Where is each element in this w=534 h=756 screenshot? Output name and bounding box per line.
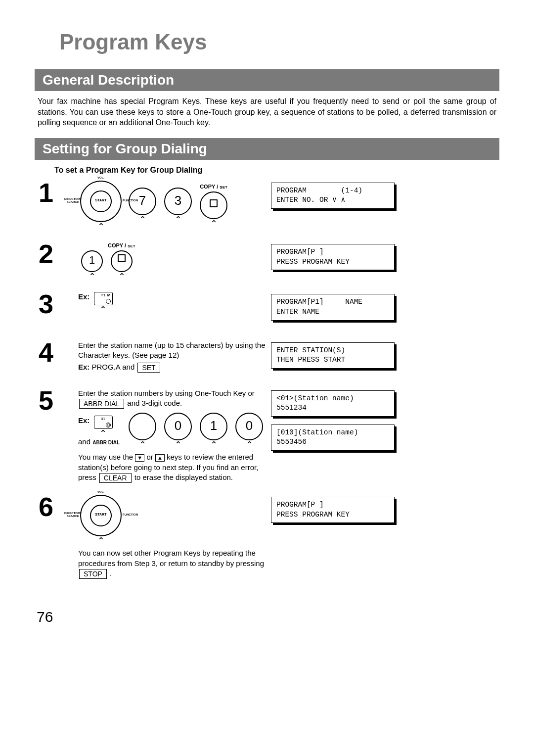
key-abbr-dial: ABBR DIAL bbox=[79, 399, 124, 409]
step-3-number: 3 bbox=[39, 292, 73, 328]
nav-dir-label: DIRECTORYSEARCH bbox=[64, 197, 79, 203]
subhead-group-dialing: To set a Program Key for Group Dialing bbox=[35, 166, 499, 175]
key-1: 1 bbox=[81, 250, 103, 272]
press-indicator-icon: ⌃ bbox=[163, 216, 193, 223]
step-5-review-b: or bbox=[146, 453, 155, 461]
step-4-text: Enter the station name (up to 15 charact… bbox=[78, 341, 266, 359]
lcd-step-3: PROGRAM[P1] NAME ENTER NAME bbox=[271, 294, 395, 320]
step-4-number: 4 bbox=[39, 340, 73, 377]
section-general-header: General Description bbox=[35, 69, 499, 91]
key-copy-set bbox=[111, 250, 133, 272]
key-1: 1 bbox=[200, 413, 227, 440]
nav-wheel-icon: VOL. START DIRECTORYSEARCH FUNCTION bbox=[80, 181, 122, 222]
step-5-text-b: and 3-digit code. bbox=[127, 399, 182, 407]
press-indicator-icon: ⌃ bbox=[94, 306, 113, 313]
press-indicator-icon: ⌃ bbox=[163, 441, 193, 448]
lcd-step-2: PROGRAM[P ] PRESS PROGRAM KEY bbox=[271, 244, 395, 270]
press-indicator-icon: ⌃ bbox=[80, 223, 122, 230]
key-0: 0 bbox=[235, 413, 263, 440]
press-indicator-icon: ⌃ bbox=[110, 273, 134, 280]
nav-dir-label: DIRECTORYSEARCH bbox=[64, 512, 79, 518]
key-copy-set bbox=[200, 191, 227, 219]
abbr-dial-label: ABBR DIAL bbox=[92, 440, 120, 445]
step-2-number: 2 bbox=[39, 242, 73, 280]
section-general-body: Your fax machine has special Program Key… bbox=[35, 96, 499, 128]
nav-wheel-icon: VOL. START DIRECTORYSEARCH FUNCTION bbox=[80, 495, 122, 536]
step-5-review-a: You may use the bbox=[78, 453, 135, 461]
press-indicator-icon: ⌃ bbox=[128, 216, 157, 223]
section-group-header: Setting for Group Dialing bbox=[35, 138, 499, 160]
nav-vol-label: VOL. bbox=[81, 490, 121, 494]
nav-start-label: START bbox=[81, 198, 121, 202]
copy-set-label: COPY / SET bbox=[199, 183, 228, 190]
lcd-step-4: ENTER STATION(S) THEN PRESS START bbox=[271, 342, 395, 369]
step-5-review-d: to erase the displayed station. bbox=[134, 473, 233, 481]
nav-start-label: START bbox=[81, 512, 121, 517]
ex-label: Ex: bbox=[78, 363, 89, 371]
step-1-number: 1 bbox=[39, 181, 73, 230]
key-7: 7 bbox=[129, 188, 156, 215]
press-indicator-icon: ⌃ bbox=[128, 441, 157, 448]
key-set: SET bbox=[137, 363, 160, 373]
press-indicator-icon: ⌃ bbox=[94, 430, 113, 437]
lcd-step-5a: <01>(Station name) 5551234 bbox=[271, 390, 395, 417]
key-3: 3 bbox=[164, 188, 192, 215]
key-p1: P1 M bbox=[94, 292, 113, 305]
key-01: 01 bbox=[94, 416, 113, 429]
step-4-ex-text: PROG.A and bbox=[89, 363, 136, 371]
down-arrow-icon: ▼ bbox=[135, 454, 144, 462]
step-6-text: You can now set other Program Keys by re… bbox=[78, 549, 264, 567]
key-stop: STOP bbox=[79, 569, 107, 579]
up-arrow-icon: ▲ bbox=[155, 454, 165, 462]
copy-set-label: COPY / SET bbox=[108, 242, 266, 249]
ex-label: Ex: bbox=[78, 292, 89, 301]
ex-label: Ex: bbox=[78, 416, 89, 425]
press-indicator-icon: ⌃ bbox=[199, 441, 228, 448]
lcd-step-5b: [010](Station name) 5553456 bbox=[271, 425, 395, 451]
press-indicator-icon: ⌃ bbox=[80, 273, 104, 280]
step-6-number: 6 bbox=[39, 495, 73, 579]
nav-vol-label: VOL. bbox=[81, 176, 121, 180]
and-label: and bbox=[78, 437, 90, 446]
page-title: Program Keys bbox=[35, 30, 499, 54]
key-clear: CLEAR bbox=[99, 473, 132, 483]
step-5-text-a: Enter the station numbers by using One-T… bbox=[78, 389, 255, 397]
lcd-step-1: PROGRAM (1-4) ENTER NO. OR ∨ ∧ bbox=[271, 183, 395, 209]
press-indicator-icon: ⌃ bbox=[234, 441, 264, 448]
page-number: 76 bbox=[35, 609, 499, 625]
lcd-step-6: PROGRAM[P ] PRESS PROGRAM KEY bbox=[271, 497, 395, 523]
press-indicator-icon: ⌃ bbox=[199, 220, 228, 227]
nav-func-label: FUNCTION bbox=[123, 513, 137, 517]
press-indicator-icon: ⌃ bbox=[80, 537, 122, 544]
key-0: 0 bbox=[164, 413, 192, 440]
key-abbr-dial-circle bbox=[129, 413, 156, 440]
step-5-number: 5 bbox=[39, 388, 73, 483]
